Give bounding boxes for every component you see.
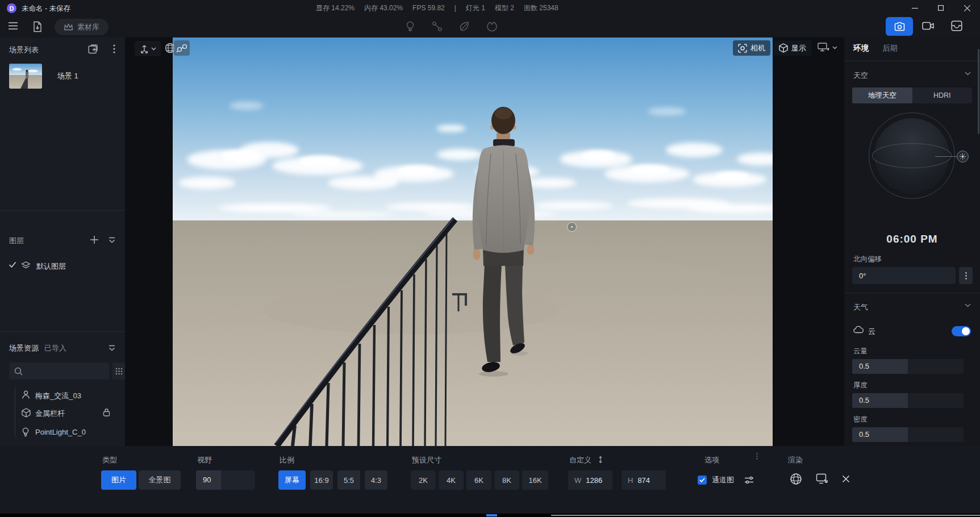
person-icon	[22, 390, 30, 399]
close-button[interactable]	[954, 0, 980, 16]
sky-mode-hdri[interactable]: HDRI	[912, 87, 973, 103]
cloud-thickness-slider[interactable]: 0.5	[852, 393, 964, 408]
titlebar: D 未命名 - 未保存 显存 14.22% 内存 43.02% FPS 59.8…	[0, 0, 980, 16]
cloud-density-value: 0.5	[859, 427, 869, 442]
check-icon	[699, 478, 705, 482]
cloud-density-slider[interactable]: 0.5	[852, 427, 964, 442]
transform-tool-button[interactable]	[135, 41, 161, 56]
light-mode-icon[interactable]	[404, 20, 416, 33]
render-sphere-icon	[790, 473, 802, 485]
type-panorama-button[interactable]: 全景图	[139, 470, 181, 490]
width-prefix: W	[574, 476, 581, 485]
weather-collapse-icon[interactable]	[965, 303, 971, 307]
sky-collapse-icon[interactable]	[965, 72, 971, 76]
tab-postprocess[interactable]: 后期	[882, 43, 898, 53]
ratio-options: 屏幕 16:9 5:5 4:3	[278, 470, 387, 490]
cloud-toggle[interactable]	[952, 326, 971, 336]
resource-search[interactable]	[9, 362, 109, 380]
fov-input[interactable]: 90	[196, 470, 255, 490]
north-offset-menu-button[interactable]	[959, 267, 973, 284]
layer-visible-check-icon[interactable]	[9, 261, 16, 268]
resources-title: 场景资源	[9, 343, 39, 353]
resource-item-name: 金属栏杆	[35, 408, 65, 419]
display-options-button[interactable]: 显示	[774, 40, 811, 56]
viewport[interactable]: 相机 显示	[125, 37, 844, 446]
height-input[interactable]: H 874	[622, 470, 666, 490]
search-input[interactable]	[27, 367, 101, 376]
menu-button[interactable]	[8, 22, 18, 30]
minimize-button[interactable]	[902, 0, 928, 16]
render-photo-button[interactable]	[886, 17, 913, 36]
adjust-options-icon[interactable]	[744, 476, 754, 484]
layers-header: 图层	[0, 234, 125, 248]
collapse-layers-icon[interactable]	[108, 237, 116, 243]
render-view[interactable]	[173, 37, 773, 446]
render-label: 渲染	[788, 455, 803, 465]
cloud-amount-slider[interactable]: 0.5	[852, 359, 964, 374]
cloud-render-button[interactable]	[790, 473, 802, 485]
width-input[interactable]: W 1286	[568, 470, 612, 490]
asset-library-button[interactable]: 素材库	[55, 19, 109, 35]
stat-lights: 灯光 1	[466, 3, 485, 13]
resource-item-character[interactable]: 梅森_交流_03	[0, 386, 125, 403]
height-prefix: H	[628, 476, 633, 485]
resource-item-name: 梅森_交流_03	[35, 391, 81, 401]
screen-sync-dropdown[interactable]	[817, 42, 837, 53]
add-layer-button[interactable]	[90, 235, 99, 244]
walkthrough-mode-button[interactable]	[174, 40, 190, 56]
timer-icon[interactable]	[486, 20, 498, 33]
type-image-button[interactable]: 图片	[101, 470, 136, 490]
scene-list-menu-button[interactable]	[113, 44, 115, 53]
link-dimensions-icon[interactable]	[598, 456, 603, 464]
preset-4k-button[interactable]: 4K	[439, 470, 464, 490]
layers-title: 图层	[9, 236, 24, 246]
scene-name: 场景 1	[57, 71, 78, 81]
inbox-button[interactable]	[951, 20, 962, 31]
preset-8k-button[interactable]: 8K	[494, 470, 519, 490]
channel-map-checkbox[interactable]	[698, 476, 707, 485]
import-icon[interactable]	[32, 21, 43, 32]
ratio-5-5-button[interactable]: 5:5	[337, 470, 360, 490]
window-controls	[902, 0, 980, 16]
env-scrollbar[interactable]	[978, 49, 979, 134]
node-link-icon[interactable]	[431, 20, 443, 33]
env-divider	[844, 61, 980, 61]
tab-environment[interactable]: 环境	[853, 43, 869, 53]
crown-icon	[64, 23, 73, 31]
add-scene-button[interactable]	[88, 44, 99, 54]
camera-view-button[interactable]: 相机	[733, 40, 770, 56]
preset-16k-button[interactable]: 16K	[522, 470, 548, 490]
north-offset-input[interactable]: 0°	[852, 267, 956, 284]
cube-icon	[22, 408, 31, 418]
render-actions	[790, 473, 850, 485]
scene-item[interactable]: 场景 1	[9, 62, 117, 90]
leaf-icon[interactable]	[458, 20, 470, 33]
resource-item-pointlight[interactable]: PointLight_C_0	[0, 423, 125, 440]
close-render-bar-button[interactable]	[842, 475, 850, 483]
maximize-button[interactable]	[928, 0, 954, 16]
time-of-day[interactable]: 06:00 PM	[844, 233, 980, 245]
sky-mode-geographic[interactable]: 地理天空	[852, 87, 912, 103]
ratio-screen-button[interactable]: 屏幕	[278, 470, 306, 490]
preset-2k-button[interactable]: 2K	[411, 470, 436, 490]
cloud-thickness-label: 厚度	[853, 381, 868, 390]
close-icon	[842, 475, 850, 483]
cloud-toggle-row: 云	[844, 324, 980, 339]
lock-icon[interactable]	[103, 408, 110, 416]
width-value: 1286	[586, 476, 602, 485]
preset-6k-button[interactable]: 6K	[466, 470, 491, 490]
collapse-resources-icon[interactable]	[108, 345, 116, 351]
fov-label: 视野	[197, 455, 212, 465]
layer-row-default[interactable]: 默认图层	[0, 258, 125, 274]
local-render-button[interactable]	[816, 473, 828, 485]
light-gizmo[interactable]	[567, 222, 577, 232]
resource-item-railing[interactable]: 金属栏杆	[0, 404, 125, 421]
more-options-kebab[interactable]	[756, 453, 758, 460]
render-video-button[interactable]	[922, 21, 935, 31]
view-mode-grid-button[interactable]	[112, 362, 125, 380]
sun-position-handle[interactable]	[957, 151, 969, 162]
ratio-4-3-button[interactable]: 4:3	[365, 470, 387, 490]
ratio-16-9-button[interactable]: 16:9	[310, 470, 333, 490]
cloud-amount-value: 0.5	[859, 359, 869, 374]
scene-list-header: 场景列表	[0, 42, 125, 58]
